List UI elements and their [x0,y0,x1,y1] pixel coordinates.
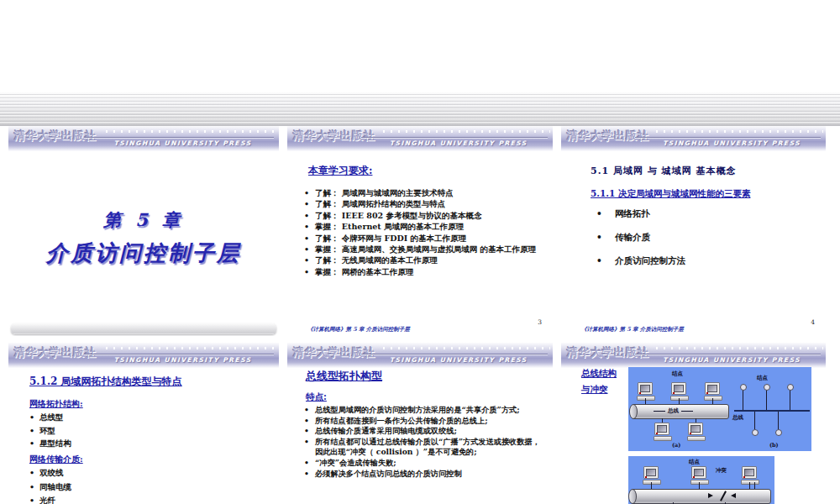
list-item: 总线型局域网的介质访问控制方法采用的是“共享介质”方式; [304,405,545,416]
subsection-heading: 网络拓扑结构: [29,398,83,410]
bus-label: 总线 [732,414,743,422]
tap-line [778,412,779,429]
list-item: 了解： 无线局域网的基本工作原理 [304,255,548,265]
collision-arrow-right-icon [708,493,713,498]
diagram-caption-line2: 与冲突 [581,381,617,397]
diagram-caption-label: 总线结构 与冲突 [581,365,617,397]
bus-cable-icon [631,489,771,504]
node-circle-icon [775,429,782,436]
subsection-heading: 特点: [306,391,327,403]
list-item: 必须解决多个结点访问总线的介质访问控制 [304,469,545,480]
node-circle-icon [764,384,770,391]
publisher-name-en: TSINGHUA UNIVERSITY PRESS [641,139,823,147]
section-heading: 5.1 局域网 与 城域网 基本概念 [591,165,736,177]
tap-line [754,412,755,429]
slide-heading: 本章学习要求: [308,164,372,178]
list-item: 光纤 [29,494,71,504]
publisher-logo-text: 清华大学出版社 [14,345,97,360]
section-heading: 总线型拓扑构型 [306,369,382,384]
connector-line [749,482,750,489]
slide-header-band: 清华大学出版社 TSINGHUA UNIVERSITY PRESS [8,343,279,368]
list-item: 环型 [29,424,71,438]
bullet-list: 总线型 环型 星型结构 [29,411,71,450]
list-item: 总线型 [29,411,71,424]
slide-thumbnail-bus-collision[interactable]: 清华大学出版社 TSINGHUA UNIVERSITY PRESS 总线结构 与… [561,343,826,504]
chapter-number: 第 5 章 [8,208,279,232]
page-number: 4 [811,318,815,326]
node-label: 结点 [672,370,683,378]
slide-thumbnail-concepts[interactable]: 清华大学出版社 TSINGHUA UNIVERSITY PRESS 5.1 局域… [561,126,826,336]
list-item: 了解： 局域网与城域网的主要技术特点 [304,187,548,198]
computer-icon [690,466,707,482]
subsection-heading: 5.1.1 决定局域网与城域网性能的三要素 [591,188,750,200]
list-item: 掌握： 网桥的基本工作原理 [304,266,548,277]
publisher-logo-text: 清华大学出版社 [567,345,649,360]
list-item: 传输介质 [596,232,817,244]
list-item: 了解： IEEE 802 参考模型与协议的基本概念 [304,210,548,221]
header-rule [361,354,547,354]
title-slide-footer-bar [11,323,276,334]
header-rule [84,354,273,354]
bullet-list: 双绞线 同轴电缆 光纤 [29,466,71,504]
header-rule [361,137,547,138]
header-rule [84,137,273,138]
computer-icon [654,423,670,438]
node-circle-icon [787,384,794,391]
bullet-list: 总线型局域网的介质访问控制方法采用的是“共享介质”方式; 所有结点都连接到一条作… [304,405,545,479]
slide-header-band: 清华大学出版社 TSINGHUA UNIVERSITY PRESS [8,126,279,151]
list-item: 了解： 局域网拓扑结构的类型与特点 [304,198,548,209]
list-item: “冲突”会造成传输失败; [304,458,545,469]
slide-header-band: 清华大学出版社 TSINGHUA UNIVERSITY PRESS [287,343,553,368]
tap-line [766,390,767,410]
list-item: 掌握： Ethernet 局域网的基本工作原理 [304,221,548,232]
node-circle-icon [740,384,747,391]
list-item: 所有结点都可以通过总线传输介质以“广播”方式发送或接收数据，因此出现“冲突（ c… [304,437,545,458]
page-number: 3 [538,318,542,326]
collision-label: 冲突 [716,467,727,475]
slide-header-band: 清华大学出版社 TSINGHUA UNIVERSITY PRESS [561,126,826,151]
slide-thumbnail-topology-types[interactable]: 清华大学出版社 TSINGHUA UNIVERSITY PRESS 5.1.2 … [8,343,279,504]
list-item: 双绞线 [29,466,71,480]
slide-thumbnail-title[interactable]: 清华大学出版社 TSINGHUA UNIVERSITY PRESS 第 5 章 … [8,126,279,336]
page-separator-band [0,92,840,126]
subsection-heading: 网络传输介质: [29,454,83,465]
bullet-list: 了解： 局域网与城域网的主要技术特点 了解： 局域网拓扑结构的类型与特点 了解：… [304,187,548,277]
connector-line [651,482,652,489]
publisher-name-en: TSINGHUA UNIVERSITY PRESS [367,356,550,364]
collision-arrow-left-icon [731,493,736,498]
publisher-name-en: TSINGHUA UNIVERSITY PRESS [90,356,276,364]
computer-icon [741,466,758,482]
node-circle-icon [752,429,759,436]
computer-icon [687,423,704,438]
slide-thumbnail-bus-features[interactable]: 清华大学出版社 TSINGHUA UNIVERSITY PRESS 总线型拓扑构… [287,343,553,504]
tap-line [790,390,790,410]
slide-header-band: 清华大学出版社 TSINGHUA UNIVERSITY PRESS [561,343,826,368]
dots-ornament-icon [383,347,550,349]
dots-ornament-icon [383,130,550,133]
list-item: 星型结构 [29,437,71,450]
bus-line [734,410,810,412]
list-item: 总线传输介质通常采用同轴电缆或双绞线; [304,426,545,437]
header-rule [635,354,821,354]
list-item: 网络拓扑 [596,208,817,220]
section-heading: 5.1.2 局域网拓扑结构类型与特点 [29,375,182,389]
caption-a: (a) [672,442,680,449]
publisher-logo-text: 清华大学出版社 [14,129,97,144]
publisher-logo-text: 清华大学出版社 [293,345,375,360]
publisher-name-en: TSINGHUA UNIVERSITY PRESS [367,139,550,147]
caption-b: (b) [769,442,779,449]
node-label: 结点 [757,375,768,382]
diagram-caption-line1: 总线结构 [581,365,617,381]
dots-ornament-icon [106,130,276,133]
list-item: 所有结点都连接到一条作为公共传输介质的总线上; [304,416,545,427]
bus-label-dash [654,411,665,412]
bus-label-dash [681,411,693,412]
computer-icon [643,466,659,482]
slide-thumbnail-requirements[interactable]: 清华大学出版社 TSINGHUA UNIVERSITY PRESS 本章学习要求… [287,126,553,336]
header-rule [635,137,821,138]
bus-structure-diagram: 结点 总线 (a) 结点 总线 (b) [628,367,811,451]
dots-ornament-icon [106,347,276,349]
slide-footer-text: 《计算机网络》第 5 章 介质访问控制子层 [307,326,410,333]
publisher-name-en: TSINGHUA UNIVERSITY PRESS [90,139,276,147]
computer-icon [670,382,687,398]
